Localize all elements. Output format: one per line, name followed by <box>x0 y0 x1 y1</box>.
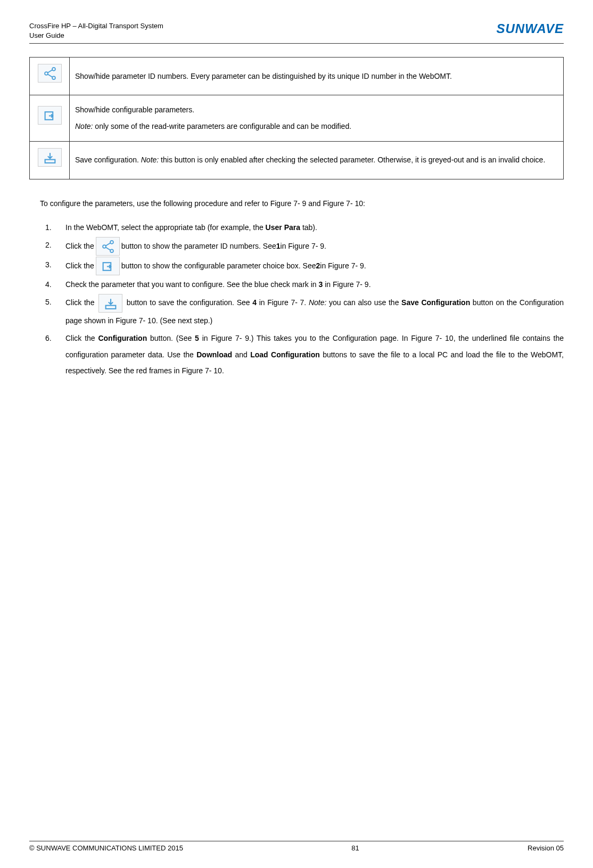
step-content: Click the button to show the parameter I… <box>65 237 564 256</box>
text-part: button. (See <box>147 334 195 342</box>
step-number: 5. <box>45 294 65 329</box>
table-row: Show/hide parameter ID numbers. Every pa… <box>30 58 564 95</box>
save-icon <box>38 148 62 167</box>
steps-list: 1. In the WebOMT, select the appropriate… <box>45 219 564 379</box>
copyright-text: © SUNWAVE COMMUNICATIONS LIMITED 2015 <box>29 844 183 852</box>
intro-paragraph: To configure the parameters, use the fol… <box>40 195 564 212</box>
sunwave-logo: SUNWAVE <box>496 21 564 36</box>
step-item: 2. Click the button to show the paramete… <box>45 237 564 256</box>
bold-text: Configuration <box>98 334 147 342</box>
text-part: in Figure 7- 9. <box>320 258 366 274</box>
text-part: button to show the parameter ID numbers.… <box>121 238 276 255</box>
note-label: Note: <box>75 122 93 130</box>
svg-line-4 <box>47 75 52 78</box>
parameter-icon-table: Show/hide parameter ID numbers. Every pa… <box>29 57 564 179</box>
svg-point-0 <box>52 68 55 71</box>
page-header: CrossFire HP – All-Digital Transport Sys… <box>29 21 564 44</box>
bold-text: Download <box>196 350 232 359</box>
table-cell-description: Show/hide parameter ID numbers. Every pa… <box>70 58 564 95</box>
note-text: this button is only enabled after checki… <box>159 155 545 164</box>
table-cell-description: Show/hide configurable parameters. Note:… <box>70 95 564 142</box>
text-part: button to save the configuration. See <box>127 298 252 307</box>
bold-text: 4 <box>252 298 257 307</box>
step-number: 6. <box>45 330 65 379</box>
desc-text: Show/hide parameter ID numbers. Every pa… <box>75 72 452 80</box>
step-number: 2. <box>45 237 65 256</box>
product-title: CrossFire HP – All-Digital Transport Sys… <box>29 21 163 31</box>
step-content: Check the parameter that you want to con… <box>65 276 564 293</box>
text-part: Click the <box>65 238 94 255</box>
text-part: tab). <box>300 223 317 232</box>
header-title-block: CrossFire HP – All-Digital Transport Sys… <box>29 21 163 40</box>
svg-point-9 <box>110 249 113 252</box>
svg-rect-13 <box>106 306 116 309</box>
config-icon <box>96 257 120 275</box>
desc-note-line: Note: only some of the read-write parame… <box>75 118 558 135</box>
step-item: 3. Click the button to show the configur… <box>45 257 564 275</box>
text-part: you can also use the <box>326 298 401 307</box>
text-part: Click the <box>65 334 98 342</box>
share-icon <box>38 64 62 83</box>
text-part: in Figure 7- 9. <box>281 238 326 255</box>
step-item: 5. Click the button to save the configur… <box>45 294 564 329</box>
svg-point-8 <box>103 245 106 248</box>
svg-point-1 <box>45 72 48 75</box>
doc-type: User Guide <box>29 31 163 40</box>
step-content: Click the button to show the configurabl… <box>65 257 564 275</box>
text-part: Click the <box>65 258 94 274</box>
svg-rect-6 <box>45 159 55 162</box>
text-part: and <box>232 350 250 359</box>
text-part: In the WebOMT, select the appropriate ta… <box>65 223 266 232</box>
step-item: 4. Check the parameter that you want to … <box>45 276 564 293</box>
icon-cell <box>30 58 70 95</box>
table-row: Show/hide configurable parameters. Note:… <box>30 95 564 142</box>
icon-cell <box>30 95 70 142</box>
desc-line: Show/hide configurable parameters. <box>75 102 558 118</box>
step-item: 6. Click the Configuration button. (See … <box>45 330 564 379</box>
text-part: Check the parameter that you want to con… <box>65 280 318 289</box>
step-content: Click the button to save the configurati… <box>65 294 564 329</box>
revision-text: Revision 05 <box>528 844 564 852</box>
bold-text: User Para <box>266 223 300 232</box>
bold-text: Load Configuration <box>250 350 320 359</box>
text-part: in Figure 7- 9. <box>323 280 370 289</box>
page-number: 81 <box>351 844 359 852</box>
step-content: In the WebOMT, select the appropriate ta… <box>65 219 564 236</box>
svg-line-10 <box>105 243 110 246</box>
bold-text: 1 <box>276 238 281 255</box>
bold-text: Save Configuration <box>401 298 470 307</box>
step-number: 4. <box>45 276 65 293</box>
note-label: Note: <box>309 298 326 307</box>
bold-text: 2 <box>316 258 320 274</box>
save-icon <box>98 294 122 313</box>
svg-line-3 <box>47 70 52 73</box>
step-number: 3. <box>45 257 65 275</box>
share-icon <box>96 237 120 256</box>
config-icon <box>38 106 62 125</box>
svg-line-11 <box>105 247 110 250</box>
text-part: Click the <box>65 298 97 307</box>
text-part: button to show the configurable paramete… <box>121 258 316 274</box>
svg-point-2 <box>52 77 55 80</box>
pre-text: Save configuration. <box>75 155 141 164</box>
table-row: Save configuration. Note: this button is… <box>30 141 564 179</box>
table-cell-description: Save configuration. Note: this button is… <box>70 141 564 179</box>
note-text: only some of the read-write parameters a… <box>93 122 351 130</box>
step-item: 1. In the WebOMT, select the appropriate… <box>45 219 564 236</box>
step-content: Click the Configuration button. (See 5 i… <box>65 330 564 379</box>
text-part: in Figure 7- 7. <box>257 298 309 307</box>
bold-text: 5 <box>195 334 199 342</box>
page-footer: © SUNWAVE COMMUNICATIONS LIMITED 2015 81… <box>29 841 564 852</box>
step-number: 1. <box>45 219 65 236</box>
icon-cell <box>30 141 70 179</box>
note-label: Note: <box>141 155 159 164</box>
svg-point-7 <box>110 241 113 244</box>
